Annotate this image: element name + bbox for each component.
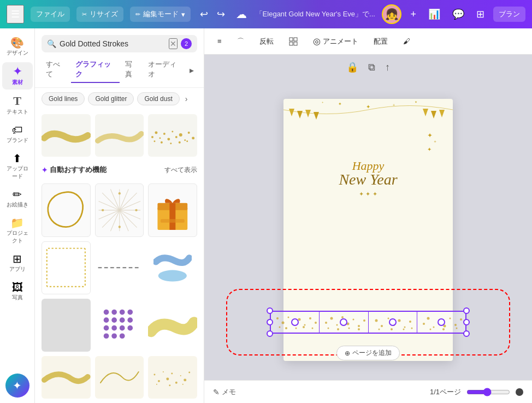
magic-button[interactable]: ✦	[5, 374, 29, 398]
search-badge[interactable]: 2	[181, 38, 192, 49]
memo-button[interactable]: ✎ メモ	[213, 387, 236, 397]
search-clear-button[interactable]: ✕	[169, 38, 178, 49]
search-input[interactable]	[60, 39, 165, 48]
sidebar-item-elements[interactable]: ✦ 素材	[2, 62, 33, 90]
result-item[interactable]	[95, 114, 144, 157]
result-item[interactable]	[148, 114, 197, 157]
tab-graphic[interactable]: グラフィック	[71, 57, 119, 83]
animate-label: アニメート	[323, 37, 358, 46]
svg-text:+: +	[393, 103, 395, 107]
grid-pattern-button[interactable]	[285, 35, 302, 48]
center-handle-1[interactable]	[291, 318, 299, 326]
sidebar-item-photos[interactable]: 🖼 写真	[2, 278, 33, 305]
result-item-gold-brush[interactable]	[148, 299, 197, 352]
flip-label: 反転	[259, 37, 274, 46]
result-item-dash[interactable]	[95, 241, 144, 294]
recommend-item-burst[interactable]	[95, 183, 144, 236]
result-item-blue-strokes[interactable]	[148, 241, 197, 294]
chip-gold-lines[interactable]: Gold lines	[42, 92, 85, 105]
svg-rect-31	[161, 219, 185, 223]
gold-segment-4	[417, 312, 465, 333]
selected-element[interactable]	[270, 311, 466, 334]
sidebar-item-projects[interactable]: 📁 プロジェクト	[2, 214, 33, 248]
gold-segment-1	[271, 312, 320, 333]
avatar[interactable]: 👧	[382, 4, 401, 24]
center-handle-2[interactable]	[340, 318, 347, 326]
file-button[interactable]: ファイル	[31, 7, 70, 22]
svg-point-14	[179, 141, 181, 144]
view-all-button[interactable]: すべて表示	[164, 165, 197, 175]
sidebar-item-design[interactable]: 🎨 デザイン	[2, 34, 33, 60]
cloud-save-button[interactable]: ☁	[236, 8, 247, 21]
toolbar-curve-button[interactable]: ⌒	[233, 34, 249, 49]
svg-point-3	[163, 133, 165, 135]
chart-button[interactable]: 📊	[425, 6, 444, 22]
undo-button[interactable]: ↩	[198, 6, 210, 22]
gold-dust2-svg	[148, 364, 197, 391]
sidebar-item-brand[interactable]: 🏷 ブランド	[2, 121, 33, 147]
svg-point-50	[154, 374, 156, 376]
tab-audio[interactable]: オーディオ	[144, 57, 185, 83]
chip-more-button[interactable]: ›	[183, 92, 190, 105]
svg-point-91	[325, 322, 327, 324]
search-icon: 🔍	[47, 39, 56, 48]
flip-button[interactable]: 反転	[255, 34, 278, 49]
sidebar-item-apps[interactable]: ⊞ アプリ	[2, 250, 33, 276]
center-handle-3[interactable]	[389, 318, 397, 326]
toolbar-menu-button[interactable]: ≡	[213, 35, 226, 48]
tab-all[interactable]: すべて	[42, 57, 70, 83]
brand-button[interactable]: ブラン	[493, 7, 525, 22]
apps-button[interactable]: ⊞	[473, 6, 488, 22]
recommend-item-blob[interactable]	[42, 183, 91, 236]
svg-point-40	[119, 317, 125, 323]
chip-gold-glitter[interactable]: Gold glitter	[88, 92, 134, 105]
tab-photo[interactable]: 写真	[121, 57, 143, 83]
svg-point-26	[102, 209, 104, 211]
result-item-gold-dust2[interactable]	[148, 356, 197, 399]
svg-point-49	[127, 325, 133, 331]
hamburger-button[interactable]: ☰	[7, 5, 24, 23]
copy-button[interactable]: ⧉	[366, 60, 377, 75]
gold-bar[interactable]	[270, 311, 466, 334]
position-label: 配置	[374, 37, 388, 46]
svg-point-107	[398, 319, 400, 322]
resize-label: リサイズ	[90, 9, 118, 19]
resize-button[interactable]: ✂ リサイズ	[76, 7, 123, 22]
svg-point-59	[156, 384, 157, 385]
animate-button[interactable]: ◎ アニメート	[309, 34, 363, 49]
position-button[interactable]: 配置	[369, 34, 392, 49]
svg-point-42	[111, 325, 117, 331]
svg-marker-72	[439, 110, 445, 117]
edit-mode-button[interactable]: ✏ 編集モード ▾	[130, 7, 191, 22]
zoom-slider[interactable]	[466, 388, 510, 396]
add-page-button[interactable]: ⊕ ページを追加	[336, 346, 400, 360]
svg-point-6	[175, 136, 178, 138]
svg-text:✦: ✦	[415, 100, 417, 104]
paint-button[interactable]: 🖌	[399, 35, 415, 48]
result-item-brush2[interactable]	[42, 356, 91, 399]
export-button[interactable]: ↑	[383, 60, 392, 75]
result-item-purple-dots[interactable]	[95, 299, 144, 352]
result-item[interactable]	[42, 114, 91, 157]
comment-button[interactable]: 💬	[449, 6, 468, 22]
draw-icon: ✏	[13, 189, 22, 200]
result-item-gray[interactable]	[42, 299, 91, 352]
center-handle-4[interactable]	[438, 318, 445, 326]
undo-redo-group: ↩ ↪	[198, 6, 227, 22]
sidebar-item-upload[interactable]: ⬆ アップロード	[2, 150, 33, 183]
lock-button[interactable]: 🔒	[344, 59, 360, 75]
svg-point-108	[404, 326, 405, 328]
sidebar-item-text[interactable]: T テキスト	[2, 92, 33, 119]
card-stars-row: ✦ ✦ ✦	[283, 191, 453, 198]
tab-more[interactable]: ▸	[186, 62, 197, 78]
svg-text:+: +	[322, 100, 324, 104]
recommend-item-gift[interactable]	[148, 183, 197, 236]
svg-point-119	[449, 317, 451, 319]
add-user-button[interactable]: +	[407, 7, 419, 22]
svg-point-24	[118, 192, 120, 194]
result-item-frame[interactable]	[42, 241, 91, 294]
result-item-swirl[interactable]	[95, 356, 144, 399]
redo-button[interactable]: ↪	[215, 6, 227, 22]
chip-gold-dust[interactable]: Gold dust	[137, 92, 179, 105]
sidebar-item-draw[interactable]: ✏ お絵描き	[2, 186, 33, 212]
